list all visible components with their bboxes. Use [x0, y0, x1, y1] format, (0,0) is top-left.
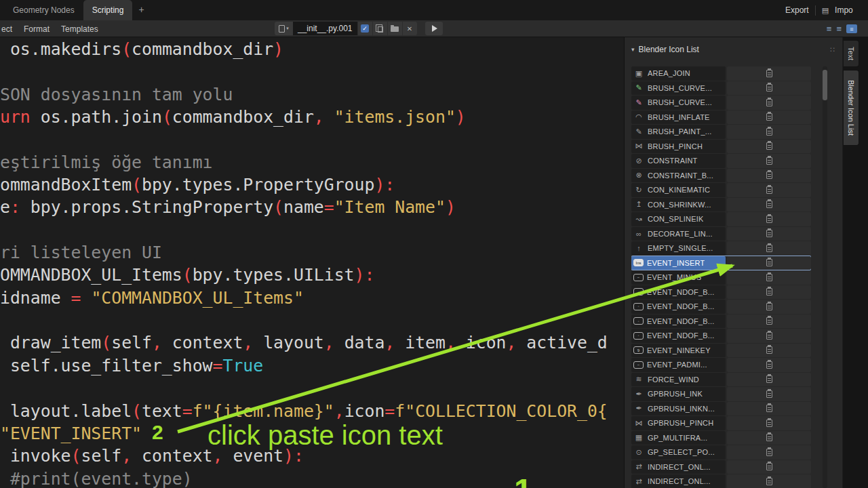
icon-name-cell[interactable]: ⋈GPBRUSH_PINCH — [631, 416, 726, 430]
icon-name-cell[interactable]: ◦EVENT_NDOF_B... — [631, 300, 726, 314]
paste-button[interactable] — [727, 256, 811, 270]
paste-button[interactable] — [727, 96, 811, 110]
icon-name-cell[interactable]: ⇄INDIRECT_ONL... — [631, 474, 726, 488]
paste-button[interactable] — [727, 154, 811, 168]
code-token: self — [81, 446, 121, 466]
paste-button[interactable] — [727, 227, 811, 241]
workspace-tab-geometry-nodes[interactable]: Geometry Nodes — [4, 0, 83, 20]
icon-name-cell[interactable]: ✎BRUSH_CURVE... — [631, 81, 726, 96]
menu-format[interactable]: Format — [24, 24, 50, 34]
icon-name-cell[interactable]: ↑EMPTY_SINGLE... — [631, 241, 726, 256]
paste-button[interactable] — [727, 300, 811, 314]
open-text-button[interactable] — [388, 22, 402, 35]
paste-button[interactable] — [727, 183, 811, 197]
paste-icon — [766, 216, 772, 223]
register-checkbox[interactable]: ✓ — [358, 22, 372, 35]
code-line: self.use_filter_show=True — [0, 354, 624, 377]
icon-name-cell[interactable]: ⊘CONSTRAINT — [631, 154, 726, 168]
scrollbar[interactable] — [823, 66, 827, 488]
icon-name-cell[interactable]: ▣AREA_JOIN — [631, 66, 726, 81]
paste-button[interactable] — [727, 66, 811, 81]
unlink-text-button[interactable]: ✕ — [403, 22, 417, 35]
icon-name-cell[interactable]: ⊙GP_SELECT_PO... — [631, 445, 726, 460]
paste-button[interactable] — [727, 474, 811, 488]
paste-button[interactable] — [727, 125, 811, 139]
code-token: text — [142, 401, 182, 421]
add-workspace-button[interactable]: + — [132, 0, 150, 20]
browse-text-button[interactable]: ▾ — [275, 22, 293, 35]
run-script-button[interactable] — [425, 22, 443, 35]
code-token: ri listeleyen UI — [0, 243, 162, 262]
paste-button[interactable] — [727, 285, 811, 300]
icon-name-cell[interactable]: ⊗CONSTRAINT_B... — [631, 169, 726, 183]
duplicate-text-button[interactable] — [373, 22, 387, 35]
icon-name-cell[interactable]: ⋈BRUSH_PINCH — [631, 140, 726, 154]
paste-button[interactable] — [727, 344, 811, 358]
paste-button[interactable] — [727, 169, 811, 183]
icon-name-cell[interactable]: ✒GPBRUSH_INK — [631, 387, 726, 401]
paste-button[interactable] — [727, 402, 811, 416]
paste-button[interactable] — [727, 198, 811, 212]
icon-name-cell[interactable]: ✎BRUSH_PAINT_... — [631, 125, 726, 139]
icon-name-cell[interactable]: ↝CON_SPLINEIK — [631, 212, 726, 226]
indirect-onl-icon: ⇄ — [633, 462, 644, 471]
paste-button[interactable] — [727, 140, 811, 154]
paste-button[interactable] — [727, 270, 811, 285]
icon-name-cell[interactable]: ◦EVENT_NDOF_B... — [631, 285, 726, 300]
paste-button[interactable] — [727, 81, 811, 96]
panel-collapse-icon[interactable]: ▾ — [631, 46, 635, 53]
paste-button[interactable] — [727, 314, 811, 329]
icon-name-cell[interactable]: ▦GP_MULTIFRA... — [631, 431, 726, 445]
icon-name-cell[interactable]: ↥CON_SHRINKW... — [631, 198, 726, 212]
icon-name-cell[interactable]: ✒GPBRUSH_INKN... — [631, 402, 726, 416]
import-button[interactable]: Impo — [835, 5, 853, 15]
paste-button[interactable] — [727, 431, 811, 445]
icon-name-cell[interactable]: ◦EVENT_NDOF_B... — [631, 314, 726, 329]
code-line: os.makedirs(commandbox_dir) — [0, 38, 624, 60]
word-wrap-icon[interactable]: ≡ — [836, 24, 842, 34]
menu-templates[interactable]: Templates — [61, 24, 98, 34]
paste-button[interactable] — [727, 358, 811, 372]
paste-button[interactable] — [727, 329, 811, 343]
list-item: ✒GPBRUSH_INKN... — [631, 402, 811, 416]
code-editor[interactable]: os.makedirs(commandbox_dir)SON dosyasını… — [0, 38, 624, 488]
paste-button[interactable] — [727, 387, 811, 401]
icon-name-cell[interactable]: 9EVENT_NINEKEY — [631, 344, 726, 358]
paste-button[interactable] — [727, 445, 811, 460]
text-name-field[interactable]: __init__.py.001 — [293, 22, 357, 35]
topbar: Geometry Nodes Scripting + Export ▤ Impo — [0, 0, 868, 20]
icon-name-cell[interactable]: −EVENT_PADMI... — [631, 358, 726, 372]
paste-button[interactable] — [727, 460, 811, 474]
panel-drag-icon[interactable]: ∷ — [830, 45, 835, 54]
export-button[interactable]: Export — [785, 5, 809, 15]
icon-name-cell[interactable]: ↻CON_KINEMATIC — [631, 183, 726, 197]
sidebar-tab-blender-icon-list[interactable]: Blender Icon List — [844, 70, 859, 146]
paste-button[interactable] — [727, 373, 811, 387]
icon-name-cell[interactable]: ◦EVENT_NDOF_B... — [631, 329, 726, 343]
icon-name-cell[interactable]: ⇄INDIRECT_ONL... — [631, 460, 726, 474]
code-token: self — [111, 333, 152, 352]
icon-name-cell[interactable]: ✎BRUSH_CURVE... — [631, 96, 726, 110]
code-token: ) — [456, 107, 466, 127]
syntax-highlight-icon[interactable]: ≡ — [846, 24, 857, 33]
icon-name-cell[interactable]: ∞DECORATE_LIN... — [631, 227, 726, 241]
code-token: , — [446, 333, 466, 352]
paste-button[interactable] — [727, 416, 811, 430]
line-numbers-icon[interactable]: ≡ — [827, 24, 832, 34]
paste-button[interactable] — [727, 212, 811, 226]
sidebar-tabs: Text Blender Icon List — [843, 37, 868, 488]
code-token: f"COLLECTION_COLOR_0{ — [395, 401, 608, 421]
menu-select[interactable]: ect — [1, 24, 12, 34]
code-token: name — [283, 197, 324, 217]
icon-name-cell[interactable]: InsEVENT_INSERT — [631, 256, 726, 270]
icon-name-cell[interactable]: −EVENT_MINUS — [631, 270, 726, 285]
icon-name-cell[interactable]: ≋FORCE_WIND — [631, 373, 726, 387]
icon-label: GPBRUSH_INK — [648, 390, 703, 398]
sidebar-tab-text[interactable]: Text — [844, 40, 859, 67]
paste-button[interactable] — [727, 110, 811, 125]
constraint-b-icon: ⊗ — [633, 171, 644, 180]
workspace-tab-scripting[interactable]: Scripting — [83, 0, 133, 20]
paste-button[interactable] — [727, 241, 811, 256]
scrollbar-thumb[interactable] — [823, 70, 827, 100]
icon-name-cell[interactable]: ◠BRUSH_INFLATE — [631, 110, 726, 125]
